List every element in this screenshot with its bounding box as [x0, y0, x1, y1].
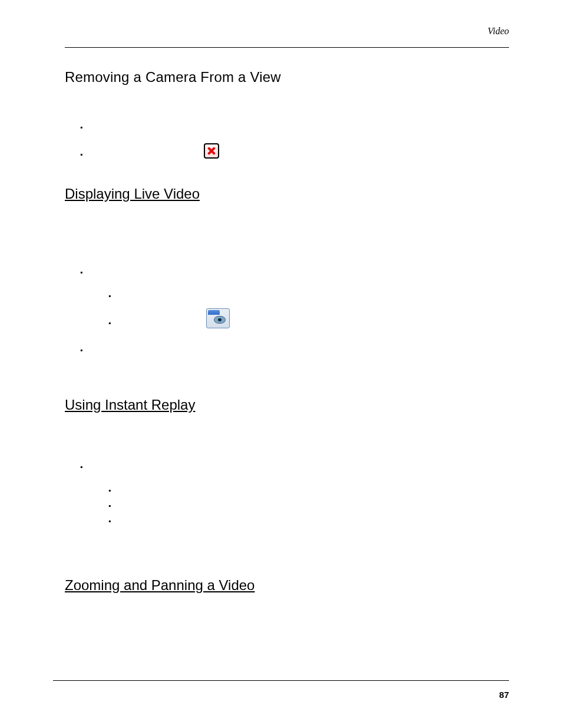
page: Video Removing a Camera From a View Disp…: [0, 0, 562, 728]
displaying-sub-bullet-list: [108, 289, 509, 344]
header-section-title: Video: [488, 26, 509, 37]
list-item: [108, 499, 509, 515]
heading-using-instant-replay: Using Instant Replay: [65, 397, 509, 413]
displaying-bullet-list: [80, 266, 509, 289]
heading-displaying-live-video: Displaying Live Video: [65, 186, 509, 202]
list-item: [108, 289, 509, 317]
footer-rule: [53, 680, 509, 681]
displaying-bullet-list-2: [80, 344, 509, 367]
list-item: [80, 121, 509, 148]
list-item: [108, 515, 509, 530]
list-item: [80, 344, 509, 367]
live-view-icon: [206, 308, 230, 328]
close-icon: [204, 143, 219, 159]
removing-bullet-list: [80, 121, 509, 175]
heading-removing-camera: Removing a Camera From a View: [65, 69, 509, 85]
heading-zooming-and-panning: Zooming and Panning a Video: [65, 577, 509, 594]
instant-replay-sub-bullet-list: [108, 484, 509, 530]
list-item: [108, 484, 509, 499]
list-item: [80, 266, 509, 289]
list-item: [108, 317, 509, 344]
page-number: 87: [499, 690, 509, 700]
list-item: [80, 148, 509, 175]
page-content: Removing a Camera From a View Displaying…: [65, 48, 509, 594]
page-header: Video: [65, 29, 509, 47]
instant-replay-bullet-list: [80, 460, 509, 484]
list-item: [80, 460, 509, 484]
